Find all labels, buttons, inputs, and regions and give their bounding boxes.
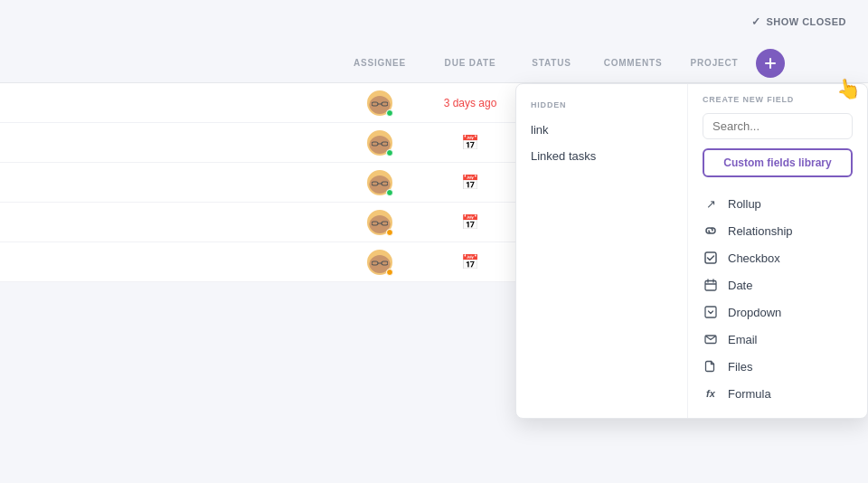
dropdown-item-linked-tasks[interactable]: Linked tasks (516, 143, 687, 169)
svg-rect-9 (382, 182, 388, 185)
svg-rect-6 (382, 142, 388, 146)
svg-rect-15 (382, 261, 388, 265)
field-item-checkbox[interactable]: Checkbox (703, 244, 853, 271)
top-bar: ✓ SHOW CLOSED (0, 0, 868, 43)
col-duedate-header: DUE DATE (425, 58, 515, 68)
formula-icon: fx (703, 385, 719, 402)
status-dot (386, 229, 393, 236)
field-item-files[interactable]: Files (703, 353, 853, 380)
dropdown-svg-icon (704, 306, 717, 318)
due-date-cell: 📅 (425, 174, 515, 191)
show-closed-toggle[interactable]: ✓ SHOW CLOSED (751, 15, 846, 28)
col-add-header (750, 49, 790, 78)
assignee-cell (335, 130, 425, 156)
dropdown-icon (703, 304, 719, 320)
email-icon (703, 331, 719, 347)
status-dot (386, 109, 393, 117)
avatar-wrap (367, 130, 392, 156)
glasses-icon (372, 101, 388, 107)
create-section-label: CREATE NEW FIELD (703, 95, 853, 104)
field-item-date[interactable]: Date (703, 271, 853, 298)
rollup-label: Rollup (728, 197, 761, 211)
checkmark-icon: ✓ (751, 15, 761, 28)
field-item-formula[interactable]: fx Formula (703, 380, 853, 407)
show-closed-label: SHOW CLOSED (766, 16, 846, 27)
svg-rect-11 (372, 222, 378, 225)
dropdown-item-link[interactable]: link (516, 117, 687, 143)
files-svg-icon (704, 360, 717, 373)
due-date-cell: 📅 (425, 134, 515, 151)
checkbox-svg-icon (704, 251, 717, 264)
svg-rect-1 (765, 62, 776, 64)
status-dot (386, 269, 393, 276)
calendar-icon: 📅 (461, 253, 479, 270)
add-column-button[interactable] (756, 49, 785, 78)
field-item-email[interactable]: Email (703, 326, 853, 353)
checkbox-label: Checkbox (728, 251, 780, 265)
hidden-section-label: HIDDEN (516, 95, 687, 117)
assignee-cell (335, 210, 425, 235)
due-date-cell: 📅 (425, 253, 515, 270)
email-label: Email (728, 333, 758, 346)
field-item-relationship[interactable]: Relationship (703, 217, 853, 244)
assignee-cell (335, 250, 425, 275)
svg-rect-5 (372, 142, 378, 146)
svg-rect-3 (382, 102, 388, 106)
glasses-icon (372, 181, 388, 186)
files-icon (703, 358, 719, 374)
avatar-wrap (367, 210, 392, 235)
assignee-cell (335, 90, 425, 116)
link-chain-icon (704, 224, 717, 237)
files-label: Files (728, 360, 752, 374)
glasses-icon (372, 221, 388, 226)
col-project-header: PROJECT (678, 58, 750, 68)
avatar-wrap (367, 90, 392, 116)
col-assignee-header: ASSIGNEE (335, 58, 425, 68)
dropdown-label: Dropdown (728, 306, 781, 319)
due-date-cell: 3 days ago (425, 97, 515, 109)
due-date-cell: 📅 (425, 213, 515, 231)
svg-rect-8 (372, 182, 378, 185)
rollup-icon: ↗ (703, 195, 719, 212)
calendar-icon: 📅 (461, 134, 479, 151)
calendar-icon: 📅 (461, 213, 479, 231)
plus-icon (764, 57, 777, 70)
cursor-pointer: 👆 (835, 76, 863, 103)
dropdown-hidden-section: HIDDEN link Linked tasks (516, 84, 688, 418)
email-svg-icon (704, 333, 717, 346)
avatar-wrap (367, 250, 392, 275)
avatar-wrap (367, 170, 392, 195)
col-status-header: STATUS (515, 58, 588, 68)
checkbox-icon (703, 250, 719, 266)
assignee-cell (335, 170, 425, 195)
dropdown-row: HIDDEN link Linked tasks CREATE NEW FIEL… (516, 84, 867, 418)
field-dropdown: HIDDEN link Linked tasks CREATE NEW FIEL… (515, 83, 868, 419)
svg-rect-14 (372, 261, 378, 265)
relationship-label: Relationship (728, 224, 793, 238)
date-icon (703, 277, 719, 293)
calendar-icon: 📅 (461, 174, 479, 191)
status-dot (386, 189, 393, 196)
svg-rect-12 (382, 222, 388, 225)
custom-fields-library-button[interactable]: Custom fields library (703, 148, 853, 177)
due-date-text: 3 days ago (444, 97, 497, 109)
status-dot (386, 149, 393, 156)
calendar-svg-icon (704, 279, 717, 291)
date-label: Date (728, 279, 752, 292)
link-label: link (531, 123, 549, 137)
glasses-icon (372, 141, 388, 147)
field-item-rollup[interactable]: ↗ Rollup (703, 190, 853, 217)
formula-label: Formula (728, 387, 771, 401)
table-header: ASSIGNEE DUE DATE STATUS COMMENTS PROJEC… (0, 43, 868, 83)
field-item-dropdown[interactable]: Dropdown (703, 298, 853, 326)
glasses-icon (372, 260, 388, 266)
svg-rect-18 (705, 281, 716, 291)
relationship-icon (703, 223, 719, 239)
svg-rect-19 (705, 307, 716, 317)
col-comments-header: COMMENTS (588, 58, 678, 68)
svg-rect-2 (372, 102, 378, 106)
dropdown-create-section: CREATE NEW FIELD Custom fields library ↗… (688, 84, 867, 418)
field-search-input[interactable] (703, 113, 853, 139)
linked-tasks-label: Linked tasks (531, 149, 596, 163)
